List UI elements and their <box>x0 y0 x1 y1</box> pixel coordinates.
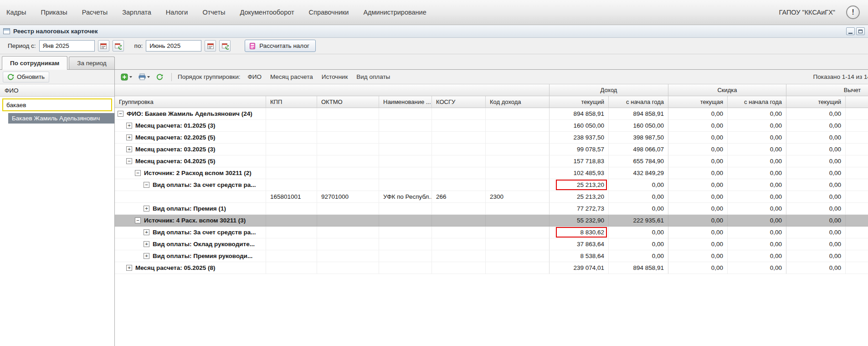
grouping-field[interactable]: ФИО <box>248 73 262 80</box>
grid-row[interactable]: 16580100192701000УФК по Республ...266230… <box>115 191 868 203</box>
oktmo-cell <box>317 203 379 215</box>
period-to-current-button[interactable] <box>219 40 231 52</box>
tab-by-period[interactable]: За период <box>69 57 114 69</box>
collapse-icon[interactable]: − <box>126 158 132 164</box>
expand-icon[interactable]: + <box>144 253 149 259</box>
oktmo-cell <box>317 155 379 167</box>
column-header[interactable]: текущий <box>550 96 609 108</box>
column-header[interactable]: ОКТМО <box>317 96 379 108</box>
kpp-cell: 165801001 <box>266 191 317 203</box>
menu-item[interactable]: Справочники <box>309 9 349 16</box>
refresh-icon <box>7 73 14 80</box>
column-header[interactable]: с начал... <box>846 96 868 108</box>
oktmo-cell <box>317 108 379 120</box>
group-label-text: Месяц расчета: 01.2025 (3) <box>135 122 216 129</box>
period-to-calendar-button[interactable] <box>205 40 216 52</box>
window-buttons <box>846 27 865 35</box>
expand-icon[interactable]: + <box>144 241 149 247</box>
grouping-field[interactable]: Месяц расчета <box>270 73 313 80</box>
group-label-text: Источник: 2 Расход вспом 30211 (2) <box>144 170 252 176</box>
add-menu-button[interactable] <box>118 72 134 83</box>
tab-by-employees[interactable]: По сотрудникам <box>2 56 67 70</box>
menu-item[interactable]: Приказы <box>41 9 67 16</box>
column-header[interactable]: Группировка <box>115 96 266 108</box>
expand-icon[interactable]: + <box>126 265 132 271</box>
list-item[interactable]: Бакаев Жамиль Адельзянович <box>8 113 114 124</box>
menu-item[interactable]: Отчеты <box>202 9 225 16</box>
period-toolbar: Период с: по: Рассчитать налог <box>0 38 868 54</box>
maximize-button[interactable] <box>856 27 865 35</box>
value-cell: 0,00 <box>728 120 786 132</box>
income-code-cell <box>486 215 550 227</box>
grid-row[interactable]: −ФИО: Бакаев Жамиль Адельзянович (24)894… <box>115 108 868 120</box>
org-name: ГАПОУ "ККСАиГХ" <box>779 9 835 16</box>
grid-row[interactable]: +Месяц расчета: 05.2025 (8)239 074,01894… <box>115 262 868 274</box>
add-icon <box>121 73 128 81</box>
column-header[interactable]: Наименование ... <box>379 96 432 108</box>
grouping-field[interactable]: Источник <box>322 73 348 80</box>
calculate-tax-button[interactable]: Рассчитать налог <box>245 40 316 52</box>
column-header[interactable]: с начала года <box>609 96 668 108</box>
menu-item[interactable]: Кадры <box>6 9 26 16</box>
value-cell: 0,00 <box>728 155 786 167</box>
menu-item[interactable]: Документооборот <box>240 9 294 16</box>
expand-icon[interactable]: + <box>126 123 132 129</box>
column-header[interactable]: текущий <box>786 96 846 108</box>
period-to-input[interactable] <box>146 40 201 52</box>
value-cell: 0,00 <box>728 238 786 250</box>
value-cell: 0,00 <box>786 191 846 203</box>
fio-column-header[interactable]: ФИО <box>0 84 114 97</box>
column-header[interactable]: КПП <box>266 96 317 108</box>
print-menu-button[interactable] <box>136 72 152 83</box>
column-group-header: Вычет <box>786 84 868 96</box>
grid-header-columns-row: ГруппировкаКППОКТМОНаименование ...КОСГУ… <box>115 96 868 108</box>
grid-row[interactable]: +Месяц расчета: 01.2025 (3)160 050,00160… <box>115 120 868 132</box>
value-cell: 0,00 <box>609 227 668 238</box>
name-cell <box>379 227 432 238</box>
column-header[interactable]: текущая <box>668 96 728 108</box>
value-cell: 0,00 <box>786 238 846 250</box>
menu-item[interactable]: Расчеты <box>82 9 108 16</box>
grid-row[interactable]: +Вид оплаты: Премия (1)77 272,730,000,00… <box>115 203 868 215</box>
period-from-input[interactable] <box>39 40 95 52</box>
collapse-icon[interactable]: − <box>135 170 141 176</box>
income-code-cell <box>486 108 550 120</box>
oktmo-cell: 92701000 <box>317 191 379 203</box>
grid-row[interactable]: +Вид оплаты: Премия руководи...8 538,640… <box>115 250 868 262</box>
minimize-button[interactable] <box>846 27 855 35</box>
grid-row[interactable]: −Источник: 2 Расход вспом 30211 (2)102 4… <box>115 167 868 179</box>
collapse-icon[interactable]: − <box>135 217 141 223</box>
column-header[interactable]: КОСГУ <box>432 96 486 108</box>
fio-search-input[interactable] <box>2 98 112 111</box>
grouping-cell: +Вид оплаты: За счет средств ра... <box>115 227 266 238</box>
grid-row[interactable]: −Источник: 4 Расх. вспом 30211 (3)55 232… <box>115 215 868 227</box>
grid-row[interactable]: −Месяц расчета: 04.2025 (5)157 718,83655… <box>115 155 868 167</box>
collapse-icon[interactable]: − <box>118 111 123 117</box>
expand-icon[interactable]: + <box>144 229 149 235</box>
column-header[interactable]: Код дохода <box>486 96 550 108</box>
collapse-icon[interactable]: − <box>144 182 149 188</box>
refresh-grid-button[interactable] <box>154 72 165 83</box>
refresh-icon <box>156 73 163 80</box>
expand-icon[interactable]: + <box>126 146 132 152</box>
period-from-calendar-button[interactable] <box>98 40 109 52</box>
grid-row[interactable]: −Вид оплаты: За счет средств ра...25 213… <box>115 179 868 191</box>
expand-icon[interactable]: + <box>144 206 149 212</box>
grid-panel: Порядок группировки: ФИОМесяц расчетаИст… <box>115 70 868 346</box>
info-icon[interactable]: ! <box>846 5 860 19</box>
menu-item[interactable]: Налоги <box>166 9 188 16</box>
column-header[interactable]: с начала года <box>728 96 786 108</box>
value-cell: 0,00 <box>786 227 846 238</box>
refresh-employees-button[interactable]: Обновить <box>3 72 49 83</box>
grid-row[interactable]: +Вид оплаты: Оклад руководите...37 863,6… <box>115 238 868 250</box>
period-from-current-button[interactable] <box>113 40 124 52</box>
grid-row[interactable]: +Месяц расчета: 02.2025 (5)238 937,50398… <box>115 132 868 144</box>
menu-item[interactable]: Администрирование <box>363 9 426 16</box>
grouping-cell: −Вид оплаты: За счет средств ра... <box>115 179 266 191</box>
grouping-cell: +Месяц расчета: 05.2025 (8) <box>115 262 266 274</box>
menu-item[interactable]: Зарплата <box>122 9 151 16</box>
grid-row[interactable]: +Месяц расчета: 03.2025 (3)99 078,57498 … <box>115 144 868 155</box>
expand-icon[interactable]: + <box>126 134 132 140</box>
grid-row[interactable]: +Вид оплаты: За счет средств ра...8 830,… <box>115 227 868 238</box>
grouping-field[interactable]: Вид оплаты <box>356 73 390 80</box>
